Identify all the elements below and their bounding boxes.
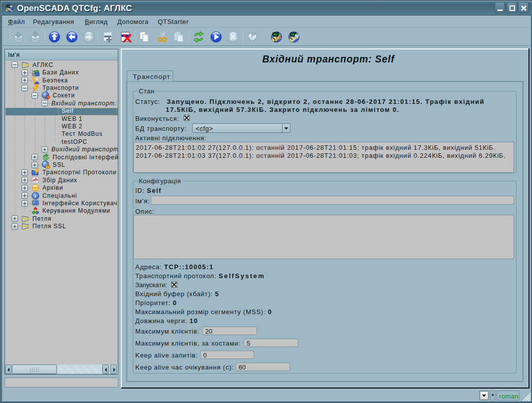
svg-text:АГЛКС: АГЛКС xyxy=(22,63,30,66)
svg-text:АГЛКС: АГЛКС xyxy=(22,225,30,228)
svg-text:?: ? xyxy=(34,193,37,199)
svg-text:АГЛКС: АГЛКС xyxy=(22,217,30,220)
